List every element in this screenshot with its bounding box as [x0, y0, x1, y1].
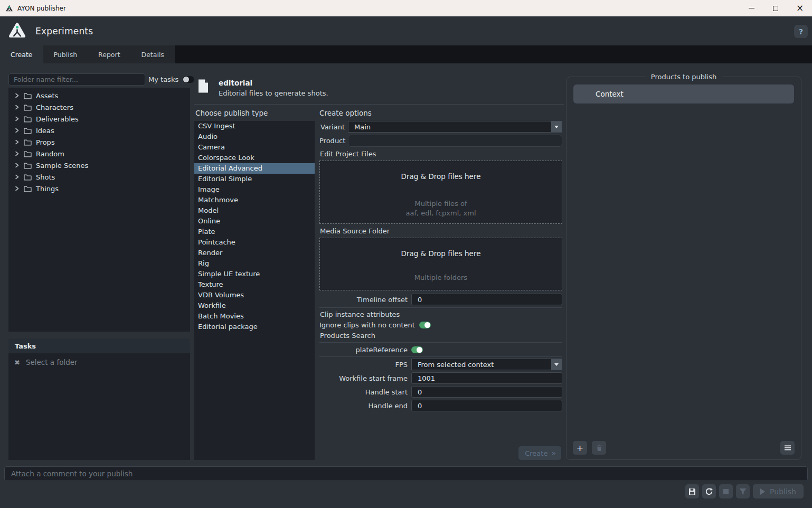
publish-type-item[interactable]: Render — [194, 248, 315, 258]
folder-tree-item[interactable]: Deliverables — [8, 113, 190, 125]
folder-filter-input[interactable] — [8, 73, 145, 86]
tab[interactable]: Details — [131, 45, 175, 63]
timeline-offset-input[interactable] — [411, 294, 562, 305]
app-icon — [5, 4, 13, 12]
folder-icon — [24, 139, 32, 146]
publish-type-item[interactable]: Editorial package — [194, 322, 315, 332]
folder-tree-item[interactable]: Props — [8, 136, 190, 148]
instance-menu-button[interactable] — [780, 441, 795, 455]
publish-type-item[interactable]: Model — [194, 205, 315, 216]
folder-icon — [24, 174, 32, 181]
chevron-right-icon[interactable] — [14, 139, 20, 145]
chevron-right-icon[interactable] — [14, 105, 20, 110]
publish-type-item[interactable]: Colorspace Look — [194, 153, 315, 163]
folder-tree-item[interactable]: Characters — [8, 101, 190, 113]
add-instance-button[interactable]: + — [573, 441, 587, 455]
publish-type-item[interactable]: Batch Movies — [194, 311, 315, 322]
refresh-button[interactable] — [702, 484, 716, 498]
chevron-right-icon[interactable] — [14, 151, 20, 156]
filter-icon — [739, 487, 747, 495]
folder-tree-item[interactable]: Ideas — [8, 125, 190, 136]
tab[interactable]: Publish — [43, 45, 88, 63]
minimize-icon — [749, 8, 754, 8]
folder-tree-item[interactable]: Shots — [8, 171, 190, 183]
dropzone-title: Drag & Drop files here — [401, 249, 481, 258]
publish-type-item[interactable]: Matchmove — [194, 195, 315, 205]
fps-dropdown-button[interactable] — [551, 359, 562, 370]
dropzone-hint: Multiple files of — [405, 199, 476, 209]
publish-type-item[interactable]: Rig — [194, 258, 315, 269]
chevron-right-icon[interactable] — [14, 128, 20, 133]
folder-icon — [24, 162, 32, 169]
comment-input[interactable] — [4, 466, 808, 481]
product-instance-item[interactable]: Context — [573, 84, 794, 104]
fps-value: From selected context — [412, 361, 551, 369]
chevron-right-icon[interactable] — [14, 163, 20, 168]
publish-type-item[interactable]: Simple UE texture — [194, 269, 315, 279]
plate-reference-toggle[interactable] — [411, 346, 423, 353]
my-tasks-control: My tasks — [148, 73, 194, 86]
dropzone-hint: Multiple folders — [414, 273, 467, 283]
publish-type-header: Choose publish type — [195, 109, 268, 117]
fps-select[interactable]: From selected context — [411, 359, 562, 370]
product-input[interactable] — [348, 135, 562, 147]
chevron-right-icon[interactable] — [14, 186, 20, 191]
close-button[interactable]: × — [788, 0, 812, 16]
folder-tree-item[interactable]: Assets — [8, 90, 190, 101]
publish-type-item[interactable]: Image — [194, 184, 315, 195]
tab[interactable]: Create — [0, 45, 43, 63]
variant-select[interactable]: Main — [348, 121, 562, 133]
publish-type-item[interactable]: Plate — [194, 227, 315, 237]
creator-header: editorial Editorial files to generate sh… — [194, 75, 564, 104]
handle-end-input[interactable] — [411, 400, 562, 411]
trash-icon — [596, 444, 603, 451]
project-files-dropzone[interactable]: Drag & Drop files here Multiple files of… — [319, 161, 562, 224]
publish-type-item[interactable]: CSV Ingest — [194, 121, 315, 131]
publish-type-item[interactable]: Pointcache — [194, 237, 315, 248]
workfile-start-input[interactable] — [411, 372, 562, 384]
save-button[interactable] — [685, 484, 699, 498]
media-source-dropzone[interactable]: Drag & Drop files here Multiple folders — [319, 238, 562, 290]
ignore-clips-toggle[interactable] — [419, 322, 431, 328]
creator-name: editorial — [219, 75, 328, 87]
chevrons-right-icon: » — [551, 449, 555, 457]
publish-type-item[interactable]: Editorial Simple — [194, 174, 315, 184]
toggle-knob — [183, 77, 189, 82]
publish-type-item[interactable]: Texture — [194, 279, 315, 290]
play-icon — [760, 488, 765, 495]
publish-type-item[interactable]: Editorial Advanced — [194, 163, 315, 174]
folder-tree-item[interactable]: Sample Scenes — [8, 159, 190, 171]
publish-type-item[interactable]: Workfile — [194, 300, 315, 311]
my-tasks-toggle[interactable] — [183, 76, 194, 83]
variant-value: Main — [348, 123, 551, 131]
delete-instance-button[interactable] — [592, 441, 606, 455]
folder-tree-item[interactable]: Random — [8, 148, 190, 159]
tab[interactable]: Report — [88, 45, 130, 63]
stop-button[interactable] — [719, 484, 733, 498]
chevron-right-icon[interactable] — [14, 93, 20, 98]
chevron-right-icon[interactable] — [14, 116, 20, 121]
maximize-button[interactable] — [763, 0, 788, 16]
folder-name: Props — [36, 138, 55, 146]
create-options-pane: Variant Main Product Edit Project Files … — [319, 121, 562, 460]
publish-button[interactable]: Publish — [753, 484, 804, 498]
edit-project-files-label: Edit Project Files — [320, 150, 562, 158]
filter-button[interactable] — [736, 484, 750, 498]
divider — [319, 356, 562, 357]
hamburger-menu-icon — [784, 444, 791, 451]
publish-type-item[interactable]: Audio — [194, 131, 315, 142]
minimize-button[interactable] — [739, 0, 763, 16]
publish-type-item[interactable]: Camera — [194, 142, 315, 153]
chevron-right-icon[interactable] — [14, 174, 20, 180]
create-button[interactable]: Create » — [518, 446, 561, 460]
close-icon: × — [796, 4, 804, 13]
folder-tree: Assets Characters Deliverables Ideas — [8, 88, 190, 332]
help-button[interactable]: ? — [794, 25, 808, 38]
workfile-start-label: Workfile start frame — [319, 374, 408, 382]
publish-type-item[interactable]: Online — [194, 216, 315, 227]
folder-tree-item[interactable]: Things — [8, 183, 190, 194]
variant-dropdown-button[interactable] — [551, 121, 562, 132]
handle-start-input[interactable] — [411, 386, 562, 398]
publish-type-item[interactable]: VDB Volumes — [194, 290, 315, 300]
handle-start-label: Handle start — [319, 388, 408, 396]
